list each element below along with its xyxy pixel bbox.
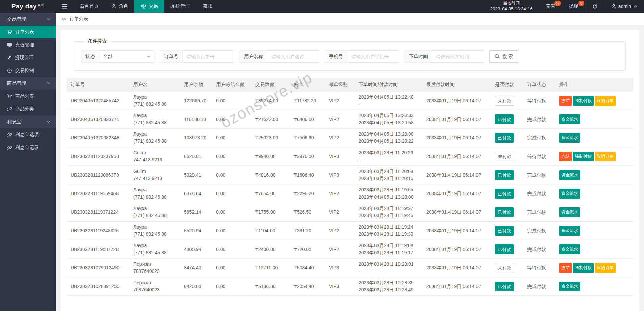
user-cell: Перизат7087640023	[129, 277, 180, 296]
user-phone: (771) 882 45 88	[133, 119, 176, 126]
status-cell: 等待付款	[523, 147, 555, 166]
frozen-cell: 0.00	[212, 129, 251, 147]
order-time-cell: 2023年03月28日 10:29:01-	[355, 259, 422, 277]
sidebar-item-label: 订单列表	[15, 29, 34, 35]
logo-text: Pay day	[11, 3, 37, 10]
filter-input-3[interactable]	[347, 51, 399, 62]
order-time-cell: 2023年03月28日 11:20:082023年03月28日 11:20:15	[355, 166, 422, 184]
filter-input-2[interactable]	[267, 51, 319, 62]
balance-cell: 5020.41	[180, 166, 212, 184]
unpaid-badge: 未付款	[495, 263, 514, 273]
action-button-取消订单[interactable]: 取消订单	[595, 263, 616, 273]
action-button-取消订单[interactable]: 取消订单	[595, 152, 616, 161]
action-button-资金流水[interactable]: 资金流水	[559, 133, 580, 143]
page-title: 订单列表	[70, 16, 88, 22]
paid-badge: 已付款	[495, 133, 514, 143]
sidebar-item-提现管理[interactable]: 提现管理	[0, 51, 56, 64]
filter-input-1[interactable]	[183, 51, 234, 62]
chevron-down-icon	[147, 56, 150, 59]
status-cell: 等待付款	[523, 259, 555, 277]
sidebar-item-label: 提现管理	[15, 55, 34, 61]
withdraw-button[interactable]: 提现 0	[562, 0, 585, 13]
sidebar-item-订单列表[interactable]: 订单列表	[0, 26, 56, 38]
search-button[interactable]: 搜 索	[489, 50, 518, 63]
column-header: 操作	[555, 78, 633, 92]
action-button-资金流水[interactable]: 资金流水	[559, 244, 580, 254]
filter-input-4[interactable]	[432, 51, 484, 62]
sidebar-item-label: 充值管理	[15, 42, 34, 48]
action-button-资金流水[interactable]: 资金流水	[559, 114, 580, 124]
status-select[interactable]: 全部	[99, 51, 154, 62]
sidebar-item-label: 利息宝选项	[15, 132, 39, 138]
sidebar-group-label: 利息宝	[7, 119, 21, 125]
action-button-资金流水[interactable]: 资金流水	[559, 170, 580, 180]
action-button-资金流水[interactable]: 资金流水	[559, 282, 580, 291]
scales-icon	[141, 4, 146, 9]
table-row: UB2304051320333771Лаура(771) 882 45 8811…	[67, 110, 633, 129]
balance-cell: 122666.70	[180, 92, 212, 110]
level-cell: VIP2	[325, 92, 355, 110]
action-button-资金流水[interactable]: 资金流水	[559, 189, 580, 199]
order-time: 2023年04月05日 13:20:08	[359, 131, 418, 138]
level-cell: VIP2	[325, 184, 355, 203]
column-header: 佣金	[290, 78, 325, 92]
user-menu[interactable]: admin	[604, 0, 644, 13]
status-cell: 完成付款	[523, 129, 555, 147]
order-time-cell: 2023年04月05日 13:20:082023年04月05日 13:20:22	[355, 129, 422, 147]
topbar-right: 当地时间 2023-04-05 13:24:16 充值 47 提现 0 ad	[484, 0, 644, 13]
balance-cell: 6420.00	[180, 277, 212, 296]
column-header: 订单号	[67, 78, 129, 92]
action-button-冻结[interactable]: 冻结	[559, 263, 572, 273]
status-cell: 完成付款	[523, 166, 555, 184]
sidebar-group-2[interactable]: 商品管理	[0, 77, 56, 90]
user-cell: Gulim747 413 9213	[129, 147, 180, 166]
sidebar-item-商品分类[interactable]: 商品分类	[0, 103, 56, 115]
sidebar-item-充值管理[interactable]: 充值管理	[0, 38, 56, 51]
action-button-强制付款[interactable]: 强制付款	[573, 263, 594, 273]
order-no-cell: UB2304051320082348	[67, 129, 129, 147]
sidebar-item-利息宝选项[interactable]: 利息宝选项	[0, 128, 56, 141]
search-fieldset: 条件搜索 状态全部订单号用户名称手机号下单时间搜 索	[74, 38, 626, 71]
action-button-强制付款[interactable]: 强制付款	[573, 152, 594, 161]
order-time: 2023年04月05日 13:20:33	[359, 112, 418, 119]
sidebar-group-1[interactable]: 交易管理	[0, 13, 56, 26]
refresh-button[interactable]	[585, 0, 604, 13]
nav-item-3[interactable]: 交易	[134, 0, 164, 13]
chevron-up-icon	[634, 5, 637, 8]
last-pay-time-cell: 2038年01月19日 06:14:07	[422, 240, 491, 259]
nav-item-4[interactable]: 系统管理	[164, 0, 196, 13]
nav-item-label: 交易	[149, 3, 158, 9]
action-button-冻结[interactable]: 冻结	[559, 152, 572, 161]
sidebar-item-商品列表[interactable]: 商品列表	[0, 90, 56, 103]
order-time-cell: 2023年03月28日 11:20:23-	[355, 147, 422, 166]
order-time: 2023年03月28日 11:20:23	[359, 149, 418, 156]
action-button-冻结[interactable]: 冻结	[559, 96, 572, 106]
sidebar-item-利息宝记录[interactable]: 利息宝记录	[0, 141, 56, 154]
sidebar-item-交易控制[interactable]: 交易控制	[0, 64, 56, 77]
action-button-强制付款[interactable]: 强制付款	[573, 96, 594, 106]
nav-item-2[interactable]: 角色	[105, 0, 134, 13]
sidebar-menu: 交易管理订单列表充值管理提现管理交易控制商品管理商品列表商品分类利息宝利息宝选项…	[0, 13, 56, 154]
recharge-button[interactable]: 充值 47	[539, 0, 562, 13]
nav-item-1[interactable]: 后台首页	[73, 0, 105, 13]
level-cell: VIP3	[325, 166, 355, 184]
nav-item-5[interactable]: 商城	[196, 0, 218, 13]
user-name: Лаура	[133, 94, 176, 101]
hamburger-icon[interactable]	[56, 0, 73, 13]
paid-cell: 未付款	[491, 259, 523, 277]
link-icon	[7, 132, 12, 137]
search-button-label: 搜 索	[502, 54, 513, 60]
local-time-value: 2023-04-05 13:24:16	[490, 7, 533, 12]
paid-cell: 已付款	[491, 129, 523, 147]
action-button-资金流水[interactable]: 资金流水	[559, 207, 580, 217]
user-phone: 747 413 9213	[133, 156, 176, 163]
action-button-取消订单[interactable]: 取消订单	[595, 96, 616, 106]
username: admin	[618, 4, 631, 9]
pay-time: 2023年04月05日 13:20:58	[359, 119, 418, 126]
commission-cell: ₸2296.20	[290, 184, 325, 203]
action-button-资金流水[interactable]: 资金流水	[559, 226, 580, 236]
paid-badge: 已付款	[495, 114, 514, 124]
pay-time: 2023年04月05日 13:20:00	[359, 193, 418, 201]
sidebar-group-3[interactable]: 利息宝	[0, 115, 56, 128]
paid-cell: 已付款	[491, 277, 523, 296]
